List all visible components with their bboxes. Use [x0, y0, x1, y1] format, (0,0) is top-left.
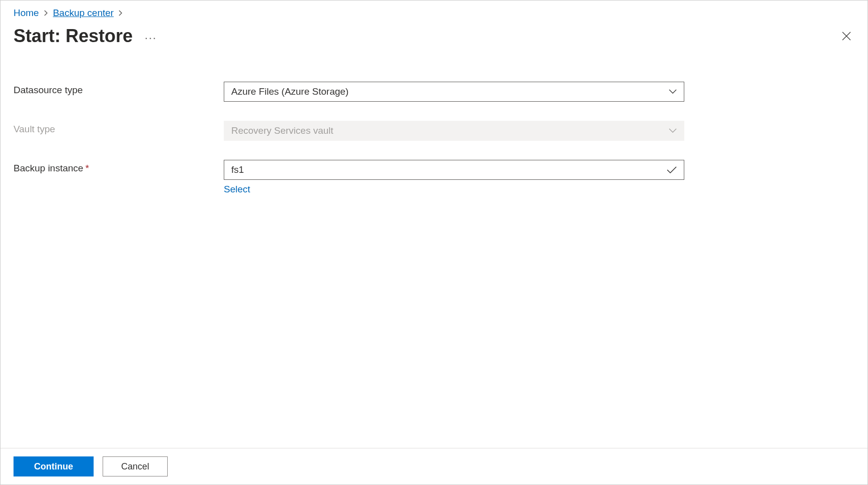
datasource-type-value: Azure Files (Azure Storage) [231, 86, 348, 97]
page-header: Start: Restore ··· [1, 22, 867, 47]
chevron-right-icon [119, 10, 123, 16]
vault-type-value: Recovery Services vault [231, 125, 333, 136]
breadcrumb-backup-center[interactable]: Backup center [53, 8, 114, 19]
backup-instance-select-link[interactable]: Select [224, 184, 684, 195]
close-icon [841, 31, 851, 41]
row-datasource-type: Datasource type Azure Files (Azure Stora… [14, 82, 854, 102]
datasource-type-select[interactable]: Azure Files (Azure Storage) [224, 82, 684, 102]
close-button[interactable] [838, 28, 854, 44]
chevron-down-icon [669, 89, 677, 94]
cancel-button[interactable]: Cancel [103, 456, 168, 476]
breadcrumb: Home Backup center [1, 1, 867, 22]
continue-button[interactable]: Continue [14, 456, 94, 476]
vault-type-select: Recovery Services vault [224, 121, 684, 141]
backup-instance-value: fs1 [231, 164, 244, 175]
checkmark-icon [667, 166, 677, 174]
row-vault-type: Vault type Recovery Services vault [14, 121, 854, 141]
required-indicator: * [85, 163, 89, 173]
footer: Continue Cancel [1, 448, 867, 484]
row-backup-instance: Backup instance* fs1 Select [14, 160, 854, 195]
form-area: Datasource type Azure Files (Azure Stora… [1, 47, 867, 448]
label-backup-instance: Backup instance* [14, 160, 224, 174]
page-title: Start: Restore [14, 26, 133, 47]
chevron-down-icon [669, 128, 677, 133]
breadcrumb-home[interactable]: Home [14, 8, 39, 19]
chevron-right-icon [44, 10, 48, 16]
label-vault-type: Vault type [14, 121, 224, 135]
label-datasource-type: Datasource type [14, 82, 224, 96]
backup-instance-select[interactable]: fs1 [224, 160, 684, 180]
more-actions-button[interactable]: ··· [145, 28, 157, 45]
